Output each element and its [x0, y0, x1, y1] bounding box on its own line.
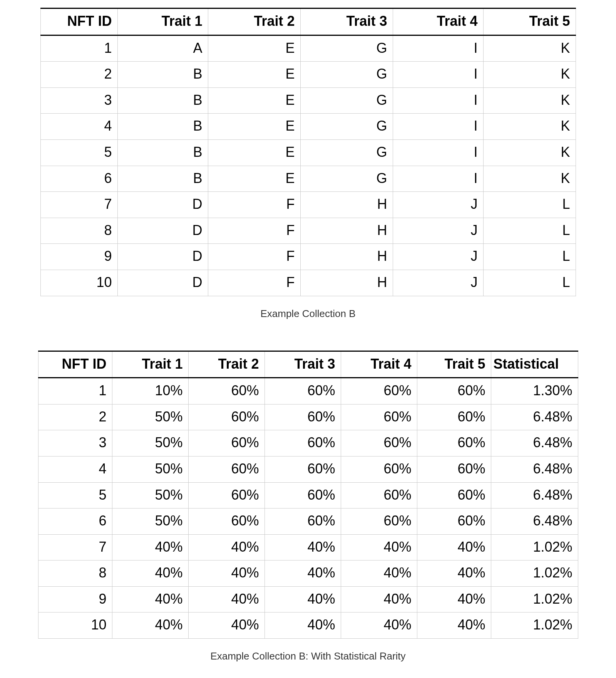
- table-cell: K: [483, 166, 576, 192]
- table-cell: 60%: [341, 482, 417, 509]
- table-cell: 1.02%: [491, 561, 578, 587]
- table-cell: 8: [38, 561, 112, 587]
- table-row: 7DFHJL: [40, 192, 576, 218]
- table-cell: 40%: [341, 561, 417, 587]
- table-cell: 10%: [112, 378, 188, 404]
- table-cell: 60%: [188, 456, 264, 482]
- table-header-row: NFT ID Trait 1 Trait 2 Trait 3 Trait 4 T…: [40, 8, 576, 35]
- table-cell: I: [393, 35, 483, 62]
- table-row: 8DFHJL: [40, 218, 576, 244]
- table-row: 1AEGIK: [40, 35, 576, 62]
- table-cell: 60%: [264, 378, 341, 404]
- table-cell: K: [483, 87, 576, 114]
- table-cell: E: [208, 166, 300, 192]
- table-cell: 50%: [112, 430, 188, 456]
- table-cell: 4: [38, 456, 112, 482]
- table-cell: E: [208, 87, 300, 114]
- col-header: NFT ID: [40, 8, 117, 35]
- table-cell: 60%: [188, 509, 264, 535]
- table-cell: 40%: [417, 613, 491, 639]
- table-cell: D: [117, 270, 208, 296]
- table-cell: 60%: [264, 509, 341, 535]
- table-cell: 1: [40, 35, 117, 62]
- table-cell: L: [483, 218, 576, 244]
- table-row: 2BEGIK: [40, 62, 576, 88]
- table-cell: D: [117, 192, 208, 218]
- table-cell: 7: [40, 192, 117, 218]
- table-cell: 9: [40, 244, 117, 270]
- table-cell: 40%: [112, 613, 188, 639]
- table-cell: I: [393, 87, 483, 114]
- table-cell: B: [117, 62, 208, 88]
- table-row: 6BEGIK: [40, 166, 576, 192]
- table-cell: E: [208, 62, 300, 88]
- table-row: 940%40%40%40%40%1.02%: [38, 586, 578, 613]
- col-header: Trait 3: [264, 351, 341, 378]
- table-row: 4BEGIK: [40, 114, 576, 140]
- table-cell: G: [300, 62, 393, 88]
- table-cell: G: [300, 35, 393, 62]
- table-cell: 4: [40, 114, 117, 140]
- table-cell: 3: [38, 430, 112, 456]
- table-cell: F: [208, 244, 300, 270]
- table-cell: 50%: [112, 404, 188, 430]
- table-cell: 60%: [417, 456, 491, 482]
- table-row: 350%60%60%60%60%6.48%: [38, 430, 578, 456]
- table-row: 5BEGIK: [40, 139, 576, 166]
- table-cell: 60%: [341, 430, 417, 456]
- table-cell: 5: [38, 482, 112, 509]
- collection-b-statistical-table: NFT ID Trait 1 Trait 2 Trait 3 Trait 4 T…: [38, 351, 578, 639]
- table-cell: B: [117, 114, 208, 140]
- table-cell: A: [117, 35, 208, 62]
- collection-b-statistical-table-block: NFT ID Trait 1 Trait 2 Trait 3 Trait 4 T…: [0, 351, 616, 663]
- table-row: 450%60%60%60%60%6.48%: [38, 456, 578, 482]
- table-cell: F: [208, 218, 300, 244]
- table-caption: Example Collection B: [0, 308, 616, 320]
- table-cell: 6.48%: [491, 404, 578, 430]
- table-row: 840%40%40%40%40%1.02%: [38, 561, 578, 587]
- table-cell: 1.30%: [491, 378, 578, 404]
- table-cell: 6.48%: [491, 456, 578, 482]
- col-header: Trait 3: [300, 8, 393, 35]
- table-header-row: NFT ID Trait 1 Trait 2 Trait 3 Trait 4 T…: [38, 351, 578, 378]
- table-cell: B: [117, 139, 208, 166]
- table-cell: 60%: [417, 509, 491, 535]
- table-cell: I: [393, 114, 483, 140]
- table-cell: 6: [38, 509, 112, 535]
- table-cell: 40%: [188, 561, 264, 587]
- col-header: NFT ID: [38, 351, 112, 378]
- table-row: 10DFHJL: [40, 270, 576, 296]
- table-cell: 40%: [112, 534, 188, 561]
- col-header: Trait 1: [117, 8, 208, 35]
- col-header: Statistical: [491, 351, 578, 378]
- table-cell: 6.48%: [491, 482, 578, 509]
- table-cell: 40%: [264, 534, 341, 561]
- table-cell: 60%: [188, 430, 264, 456]
- table-cell: 50%: [112, 482, 188, 509]
- table-cell: 40%: [341, 613, 417, 639]
- table-cell: 60%: [188, 482, 264, 509]
- table-row: 110%60%60%60%60%1.30%: [38, 378, 578, 404]
- table-cell: K: [483, 35, 576, 62]
- table-cell: B: [117, 87, 208, 114]
- table-cell: 2: [40, 62, 117, 88]
- table-cell: H: [300, 192, 393, 218]
- table-cell: 6.48%: [491, 430, 578, 456]
- collection-b-table: NFT ID Trait 1 Trait 2 Trait 3 Trait 4 T…: [40, 8, 576, 296]
- table-cell: E: [208, 114, 300, 140]
- table-cell: J: [393, 192, 483, 218]
- table-cell: H: [300, 244, 393, 270]
- table-cell: 60%: [264, 430, 341, 456]
- table-cell: 40%: [188, 586, 264, 613]
- table-cell: J: [393, 218, 483, 244]
- collection-b-table-block: NFT ID Trait 1 Trait 2 Trait 3 Trait 4 T…: [0, 8, 616, 320]
- table-cell: K: [483, 114, 576, 140]
- table-row: 1040%40%40%40%40%1.02%: [38, 613, 578, 639]
- table-row: 550%60%60%60%60%6.48%: [38, 482, 578, 509]
- table-cell: G: [300, 114, 393, 140]
- table-cell: I: [393, 62, 483, 88]
- table-cell: 60%: [417, 404, 491, 430]
- table-cell: H: [300, 218, 393, 244]
- table-cell: 60%: [417, 378, 491, 404]
- table-cell: 60%: [188, 404, 264, 430]
